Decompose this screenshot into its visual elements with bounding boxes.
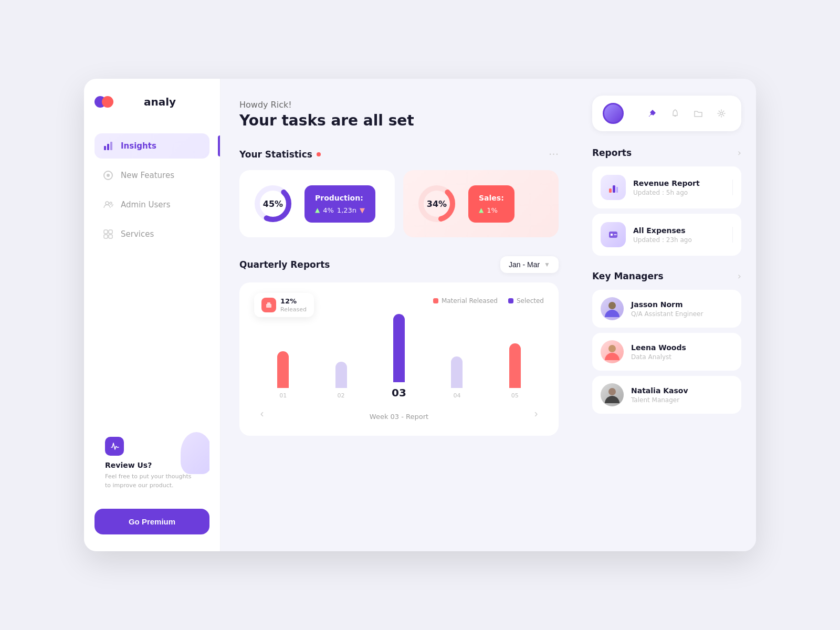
expenses-report-icon [601, 222, 626, 247]
bar-group-01: 01 [254, 315, 312, 399]
managers-section: Key Managers › Jasson Norm Q/A Assistant… [592, 270, 741, 414]
svg-point-18 [720, 112, 723, 115]
new-features-label: New Features [121, 171, 174, 180]
manager-role-natalia: Talent Manager [631, 396, 733, 404]
period-select-button[interactable]: Jan - Mar ▼ [500, 256, 559, 273]
quarterly-title: Quarterly Reports [239, 259, 330, 270]
logo-icon [94, 96, 116, 108]
user-avatar[interactable] [603, 103, 624, 124]
sales-percent: 34% [427, 199, 447, 209]
sidebar-item-insights[interactable]: Insights [94, 133, 209, 159]
expenses-report-info: All Expenses Updated : 23h ago [633, 226, 725, 244]
bar-02-light [335, 362, 347, 388]
svg-rect-2 [110, 142, 112, 150]
managers-chevron-button[interactable]: › [738, 270, 741, 281]
svg-rect-1 [107, 144, 109, 150]
svg-rect-16 [267, 302, 270, 304]
chart-prev-button[interactable]: ‹ [254, 405, 270, 421]
bar-03-purple [393, 314, 405, 382]
bar-group-04: 04 [428, 315, 486, 399]
manager-info-natalia: Natalia Kasov Talent Manager [631, 386, 733, 404]
selected-dot [508, 298, 513, 303]
manager-item-jasson[interactable]: Jasson Norm Q/A Assistant Engineer [592, 290, 741, 328]
revenue-report-icon [601, 175, 626, 200]
reports-chevron-button[interactable]: › [738, 147, 741, 158]
insights-icon [103, 141, 113, 151]
svg-rect-9 [104, 235, 108, 238]
production-info: Production: ▲ 4% 1,23n ▼ [304, 185, 375, 223]
bar-chart: 01 02 03 [254, 315, 544, 399]
report-item-revenue[interactable]: Revenue Report Updated : 5h ago [592, 166, 741, 208]
bar-label-01: 01 [279, 392, 287, 399]
folder-icon-button[interactable] [689, 104, 708, 123]
greeting-text: Howdy Rick! [239, 100, 559, 110]
sidebar: analy Insights [84, 79, 220, 551]
production-change: 4% [323, 206, 334, 214]
bar-04-light [451, 356, 463, 388]
chevron-down-icon: ▼ [544, 261, 550, 268]
bar-group-02: 02 [312, 315, 370, 399]
sidebar-item-new-features[interactable]: New Features [94, 163, 209, 188]
reports-section: Reports › Revenue Report Updated : 5h ag… [592, 147, 741, 256]
svg-rect-15 [266, 304, 271, 308]
svg-rect-19 [609, 188, 612, 193]
manager-item-leena[interactable]: Leena Woods Data Analyst [592, 333, 741, 371]
production-percent: 45% [263, 199, 283, 209]
badge-text: 12% Released [280, 297, 307, 313]
quarterly-header: Quarterly Reports Jan - Mar ▼ [239, 256, 559, 273]
revenue-report-name: Revenue Report [633, 179, 725, 187]
sidebar-item-services[interactable]: Services [94, 222, 209, 247]
main-content: Howdy Rick! Your tasks are all set Your … [220, 79, 578, 551]
reports-title: Reports [592, 148, 632, 158]
svg-point-24 [608, 302, 616, 309]
manager-info-jasson: Jasson Norm Q/A Assistant Engineer [631, 300, 733, 318]
managers-title: Key Managers [592, 271, 664, 281]
bar-01-coral [277, 351, 289, 388]
settings-icon-button[interactable] [712, 104, 731, 123]
bell-icon-button[interactable] [666, 104, 685, 123]
svg-rect-10 [109, 235, 112, 238]
more-options-button[interactable]: ··· [549, 148, 559, 161]
chart-container: 12% Released Material Released Selected [239, 282, 559, 436]
quarterly-section: Quarterly Reports Jan - Mar ▼ [239, 256, 559, 436]
manager-name-leena: Leena Woods [631, 343, 733, 352]
main-title: Your tasks are all set [239, 112, 559, 129]
app-name: analy [144, 96, 176, 108]
manager-avatar-natalia [601, 383, 624, 406]
bar-05-coral [509, 343, 521, 388]
sales-stat-card: 34% Sales: ▲ 1% [403, 170, 559, 237]
pin-icon-button[interactable] [643, 104, 662, 123]
svg-rect-23 [611, 234, 613, 236]
statistics-header: Your Statistics ··· [239, 148, 559, 161]
material-released-dot [433, 298, 438, 303]
selected-label: Selected [517, 297, 544, 304]
report-item-expenses[interactable]: All Expenses Updated : 23h ago [592, 214, 741, 256]
sales-info: Sales: ▲ 1% [468, 185, 514, 223]
manager-name-jasson: Jasson Norm [631, 300, 733, 309]
promo-figure [181, 432, 209, 474]
badge-icon [261, 298, 276, 312]
manager-avatar-leena [601, 340, 624, 363]
insights-label: Insights [121, 141, 156, 151]
period-label: Jan - Mar [509, 260, 540, 269]
bar-group-05: 05 [486, 315, 544, 399]
admin-users-label: Admin Users [121, 200, 171, 209]
production-amount: 1,23n [337, 206, 356, 214]
manager-info-leena: Leena Woods Data Analyst [631, 343, 733, 361]
svg-point-25 [608, 345, 616, 352]
revenue-report-info: Revenue Report Updated : 5h ago [633, 179, 725, 196]
svg-point-5 [106, 202, 109, 205]
sidebar-item-admin-users[interactable]: Admin Users [94, 192, 209, 217]
svg-rect-0 [104, 146, 106, 150]
production-stat-card: 45% Production: ▲ 4% 1,23n ▼ [239, 170, 395, 237]
reports-header: Reports › [592, 147, 741, 158]
production-donut: 45% [252, 183, 294, 225]
chart-next-button[interactable]: › [528, 405, 544, 421]
go-premium-button[interactable]: Go Premium [94, 509, 209, 534]
manager-item-natalia[interactable]: Natalia Kasov Talent Manager [592, 376, 741, 414]
svg-rect-8 [109, 230, 112, 234]
services-icon [103, 229, 113, 239]
production-arrow2: ▼ [360, 206, 365, 214]
stats-cards: 45% Production: ▲ 4% 1,23n ▼ [239, 170, 559, 237]
sales-donut: 34% [416, 183, 458, 225]
